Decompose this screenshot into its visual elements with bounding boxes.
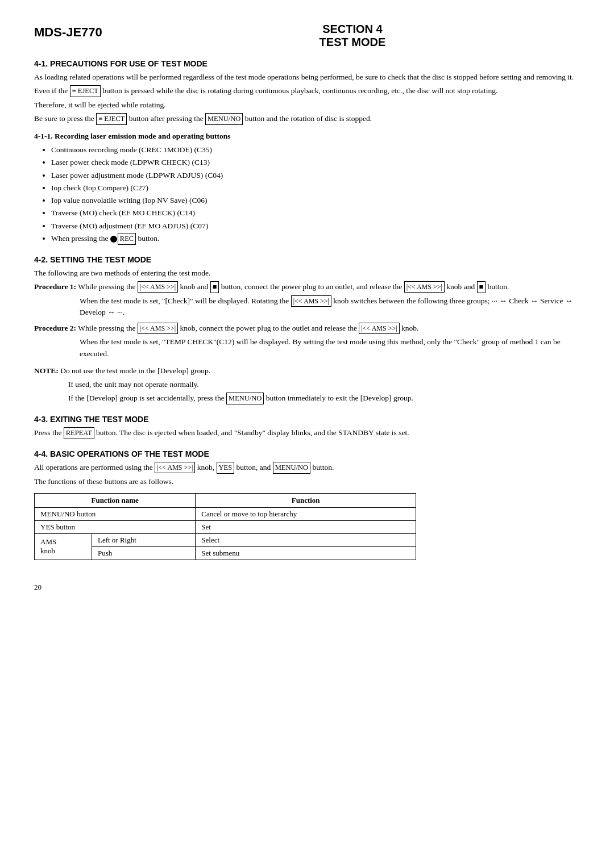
menu-no-symbol3: MENU/NO: [273, 462, 310, 474]
stop-sym1: ■: [210, 281, 219, 293]
ams-knob-sym6: |<< AMS >>|: [155, 462, 195, 473]
list-item-8: When pressing the REC button.: [51, 233, 580, 245]
eject-symbol2: ≡ EJECT: [96, 113, 127, 125]
note-line2: If used, the unit may not operate normal…: [68, 379, 580, 390]
list-item-7: Traverse (MO) adjustment (EF MO ADJUS) (…: [51, 220, 580, 232]
para-4-4-intro1: All operations are performed using the |…: [34, 462, 580, 474]
list-item-2: Laser power check mode (LDPWR CHECK) (C1…: [51, 157, 580, 168]
section-4-1-heading: 4-1. PRECAUTIONS FOR USE OF TEST MODE: [34, 59, 580, 68]
cell-menu-name: MENU/NO button: [35, 507, 196, 520]
ams-knob-sym5: |<< AMS >>|: [359, 323, 399, 334]
eject-symbol: ≡ EJECT: [70, 85, 101, 97]
procedure-2-line2: When the test mode is set, "TEMP CHECK"(…: [80, 336, 580, 360]
section-4-2-heading: 4-2. SETTING THE TEST MODE: [34, 255, 580, 264]
col-header-function: Function: [196, 493, 416, 507]
ams-knob-sym2: |<< AMS >>|: [404, 281, 445, 293]
para-4-1-2: Even if the ≡ EJECT button is pressed wh…: [34, 85, 580, 97]
section-line1: SECTION 4: [125, 23, 580, 36]
function-table: Function name Function MENU/NO button Ca…: [34, 493, 416, 560]
cell-ams-label: AMSknob: [35, 533, 92, 560]
cell-menu-function: Cancel or move to top hierarchy: [196, 507, 416, 520]
list-item-1: Continuous recording mode (CREC 1MODE) (…: [51, 144, 580, 156]
repeat-symbol: REPEAT: [64, 427, 94, 439]
table-row-yes: YES button Set: [35, 520, 416, 533]
list-item-5: Iop value nonvolatile writing (Iop NV Sa…: [51, 195, 580, 206]
procedure-1-label: Procedure 1:: [34, 282, 76, 291]
rec-circle-icon: [110, 236, 117, 243]
para-4-1-3: Therefore, it will be ejected while rota…: [34, 99, 580, 111]
ams-knob-sym1: |<< AMS >>|: [138, 281, 178, 293]
stop-sym2: ■: [477, 281, 486, 293]
section-title: SECTION 4 TEST MODE: [125, 23, 580, 49]
procedure-1-block: Procedure 1: While pressing the |<< AMS …: [34, 281, 580, 318]
page-number: 20: [34, 583, 580, 592]
cell-yes-function: Set: [196, 520, 416, 533]
section-line2: TEST MODE: [125, 36, 580, 49]
list-item-6: Traverse (MO) check (EF MO CHECK) (C14): [51, 207, 580, 219]
col-header-function-name: Function name: [35, 493, 196, 507]
para-4-1-4: Be sure to press the ≡ EJECT button afte…: [34, 113, 580, 125]
procedure-2-label: Procedure 2:: [34, 324, 76, 332]
note-label: NOTE:: [34, 366, 59, 375]
menu-no-symbol2: MENU/NO: [226, 393, 264, 404]
para-4-2-intro: The following are two methods of enterin…: [34, 268, 580, 279]
procedure-2-block: Procedure 2: While pressing the |<< AMS …: [34, 323, 580, 360]
note-line1: NOTE: Do not use the test mode in the [D…: [34, 365, 580, 377]
table-row-ams-push: Push Set submenu: [35, 546, 416, 560]
para-4-3: Press the REPEAT button. The disc is eje…: [34, 427, 580, 439]
para-4-4-intro2: The functions of these buttons are as fo…: [34, 476, 580, 487]
ams-knob-sym4: |<< AMS >>|: [138, 323, 178, 334]
model-name: MDS-JE770: [34, 25, 102, 40]
cell-yes-name: YES button: [35, 520, 196, 533]
table-row-ams-lr: AMSknob Left or Right Select: [35, 533, 416, 546]
procedure-1-line1: Procedure 1: While pressing the |<< AMS …: [34, 281, 580, 293]
note-block: NOTE: Do not use the test mode in the [D…: [34, 365, 580, 404]
ams-knob-sym3: |<< AMS >>|: [291, 295, 331, 307]
table-row-menu: MENU/NO button Cancel or move to top hie…: [35, 507, 416, 520]
list-item-4: Iop check (Iop Compare) (C27): [51, 182, 580, 194]
subsection-4-1-1-heading: 4-1-1. Recording laser emission mode and…: [34, 132, 580, 141]
cell-ams-push: Push: [92, 546, 195, 560]
menu-no-symbol: MENU/NO: [205, 113, 243, 125]
procedure-2-line1: Procedure 2: While pressing the |<< AMS …: [34, 323, 580, 334]
cell-ams-push-function: Set submenu: [196, 546, 416, 560]
page-header: MDS-JE770 SECTION 4 TEST MODE: [34, 23, 580, 49]
cell-ams-lr: Left or Right: [92, 533, 195, 546]
procedure-1-line2: When the test mode is set, "[Check]" wil…: [80, 295, 580, 319]
laser-mode-list: Continuous recording mode (CREC 1MODE) (…: [51, 144, 580, 245]
section-4-3-heading: 4-3. EXITING THE TEST MODE: [34, 415, 580, 424]
list-item-3: Laser power adjustment mode (LDPWR ADJUS…: [51, 170, 580, 181]
rec-symbol-box: REC: [118, 233, 136, 245]
cell-ams-lr-function: Select: [196, 533, 416, 546]
yes-symbol: YES: [217, 462, 235, 474]
note-line3: If the [Develop] group is set accidental…: [68, 393, 580, 404]
section-4-4-heading: 4-4. BASIC OPERATIONS OF THE TEST MODE: [34, 449, 580, 458]
para-4-1-1: As loading related operations will be pe…: [34, 72, 580, 83]
